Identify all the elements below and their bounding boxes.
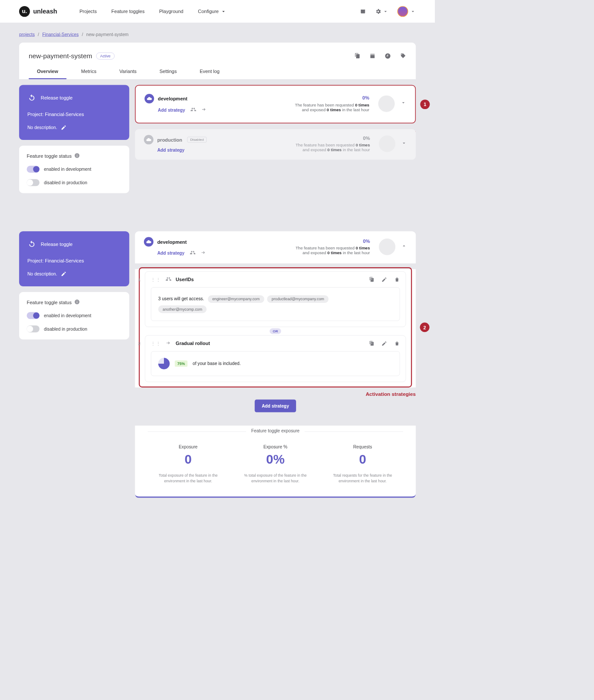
edit-description-icon[interactable] (61, 125, 67, 130)
nav-configure-label: Configure (198, 9, 219, 14)
exp-text: and exposed (302, 107, 327, 112)
status-title: Feature toggle status (27, 153, 71, 159)
drag-handle-icon[interactable]: ⋮⋮ (151, 277, 161, 282)
add-strategy-link[interactable]: Add strategy (157, 148, 185, 153)
copy-strategy-icon[interactable] (369, 277, 374, 282)
add-strategy-link[interactable]: Add strategy (157, 251, 185, 256)
info-icon[interactable] (74, 153, 80, 159)
expand-icon[interactable] (401, 140, 407, 147)
avatar (397, 6, 408, 17)
env-card-development-expanded: development Add strategy 0% The feature … (135, 231, 416, 263)
tab-settings[interactable]: Settings (160, 69, 177, 79)
req-text: The feature has been requested (296, 245, 356, 250)
cloud-icon (144, 237, 154, 246)
tag-icon[interactable] (400, 53, 407, 60)
breadcrumb-project[interactable]: Financial-Services (42, 32, 79, 37)
tail-text: in the last hour (342, 147, 370, 152)
strategy-card-gradual: 2 ⋮⋮ Gradual rollout (145, 335, 406, 382)
exposure-sub: Total exposure of the feature in the env… (153, 472, 223, 484)
exp-text: and exposed (303, 147, 327, 152)
exposure-value: 0 (322, 452, 403, 467)
env-card-production[interactable]: production Disabled Add strategy 0% The … (135, 129, 416, 159)
feature-tabs: Overview Metrics Variants Settings Event… (29, 69, 406, 79)
add-strategy-button[interactable]: Add strategy (255, 400, 296, 412)
user-chip: another@mycomp.com (158, 305, 207, 313)
user-menu[interactable] (397, 6, 416, 17)
chevron-down-icon (220, 8, 226, 14)
edit-description-icon[interactable] (61, 271, 67, 277)
info-icon[interactable] (74, 299, 80, 305)
archive-icon[interactable] (369, 53, 376, 60)
user-chip: productlead@mycompany.com (267, 295, 329, 303)
toggle-dev[interactable] (27, 312, 39, 319)
drag-handle-icon[interactable]: ⋮⋮ (151, 341, 161, 346)
exposure-cell-exposure-pct: Exposure % 0% % total exposure of the fe… (235, 444, 316, 484)
toggle-dev[interactable] (27, 166, 39, 173)
breadcrumb: projects / Financial-Services / new-paym… (19, 32, 416, 37)
collapse-icon[interactable] (401, 243, 407, 250)
feature-type-card: Release toggle Project: Financial-Servic… (19, 85, 129, 140)
req-text: The feature has been requested (296, 143, 356, 147)
nav-feature-toggles[interactable]: Feature toggles (111, 8, 144, 14)
rollout-icon[interactable] (201, 106, 207, 113)
docs-icon[interactable] (360, 8, 366, 15)
stale-icon[interactable] (384, 53, 391, 60)
strategy-card-userids: 1 ⋮⋮ UserIDs (145, 271, 406, 327)
toggle-dev-label: enabled in development (44, 313, 91, 318)
env-name: production (157, 137, 182, 142)
copy-strategy-icon[interactable] (369, 341, 374, 346)
feature-type-label: Release toggle (41, 95, 73, 100)
users-icon[interactable] (190, 250, 195, 256)
exp-count: 0 times (327, 107, 341, 112)
logo[interactable]: u. unleash (19, 6, 57, 17)
edit-strategy-icon[interactable] (381, 341, 387, 346)
req-text: The feature has been requested (295, 103, 355, 107)
exposure-label: Requests (322, 444, 403, 449)
delete-strategy-icon[interactable] (394, 277, 400, 282)
toggle-prod[interactable] (27, 325, 39, 332)
rollout-icon[interactable] (200, 250, 206, 256)
exposure-block: Feature toggle exposure Exposure 0 Total… (135, 426, 416, 498)
copy-icon[interactable] (354, 53, 360, 60)
project-label-prefix: Project: (27, 112, 45, 117)
edit-strategy-icon[interactable] (381, 277, 387, 282)
exp-count: 0 times (327, 250, 342, 255)
tab-overview[interactable]: Overview (37, 69, 58, 79)
delete-strategy-icon[interactable] (394, 341, 400, 346)
tab-metrics[interactable]: Metrics (81, 69, 96, 79)
or-divider: OR (143, 328, 408, 334)
env-card-development[interactable]: 1 development Add strategy (135, 85, 416, 123)
exposure-value: 0 (148, 452, 229, 467)
env-pct: 0% (295, 95, 369, 100)
users-icon[interactable] (190, 106, 196, 113)
callout-activation-strategies: Activation strategies (366, 391, 416, 397)
req-count: 0 times (356, 245, 370, 250)
project-label-prefix: Project: (27, 258, 45, 263)
add-strategy-link[interactable]: Add strategy (158, 107, 185, 113)
env-pct: 0% (296, 238, 370, 243)
rollout-tail: of your base is included. (193, 361, 241, 366)
settings-icon[interactable] (375, 8, 388, 15)
req-count: 0 times (355, 103, 369, 107)
breadcrumb-projects[interactable]: projects (19, 32, 35, 37)
nav-playground[interactable]: Playground (159, 8, 184, 14)
feature-type-label: Release toggle (41, 241, 73, 246)
disabled-chip: Disabled (187, 137, 207, 143)
or-pill: OR (270, 328, 281, 334)
toggle-prod[interactable] (27, 179, 39, 186)
userids-intro: 3 users will get access. (158, 296, 204, 302)
strategy-index: 1 (138, 277, 140, 282)
exposure-cell-exposure: Exposure 0 Total exposure of the feature… (148, 444, 229, 484)
expand-icon[interactable] (400, 100, 406, 107)
strategy-title: UserIDs (176, 277, 194, 282)
strategies-panel: 2 1 ⋮⋮ UserIDs (135, 269, 416, 387)
tab-variants[interactable]: Variants (120, 69, 137, 79)
exposure-value: 0% (235, 452, 316, 467)
exposure-cell-requests: Requests 0 Total requests for the featur… (322, 444, 403, 484)
rollout-icon (166, 340, 171, 347)
nav-configure[interactable]: Configure (198, 8, 226, 14)
exp-count: 0 times (327, 147, 342, 152)
feature-status-card: Feature toggle status enabled in develop… (19, 292, 129, 339)
tab-eventlog[interactable]: Event log (200, 69, 220, 79)
nav-projects[interactable]: Projects (80, 8, 97, 14)
